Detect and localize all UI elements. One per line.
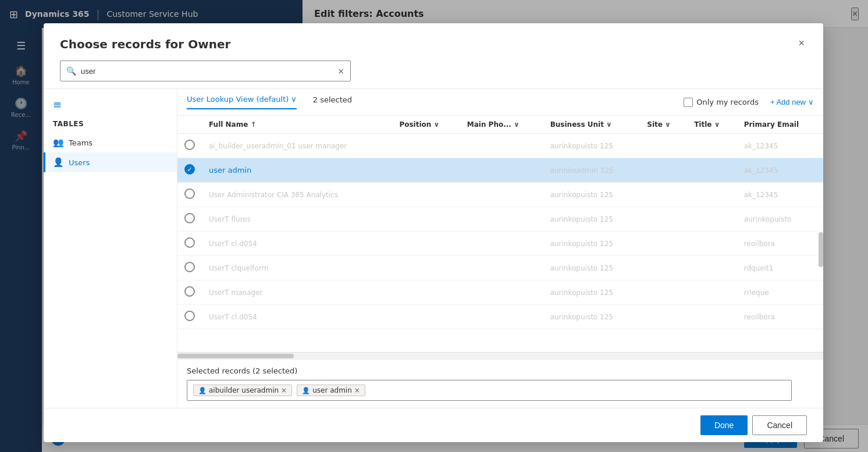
row-email-5: reoilbora [744, 240, 775, 248]
tables-label: Tables [44, 118, 177, 133]
cancel-button[interactable]: Cancel [752, 415, 807, 435]
table-row[interactable]: UserT cl.d054 aurinkopuisto 125 reoilbor… [177, 305, 823, 329]
tag-remove-1[interactable]: × [281, 386, 287, 394]
modal-header: Choose records for Owner × [44, 23, 823, 60]
row-radio-5[interactable] [184, 237, 195, 248]
view-selector-chevron: ∨ [291, 95, 297, 104]
row-name-6[interactable]: UserT clquelform [209, 264, 268, 272]
row-bu-7: aurinkopuisto 125 [550, 289, 613, 297]
selected-tags-container: 👤 aibuilder useradmin × 👤 user admin × [187, 380, 792, 401]
row-radio-4[interactable] [184, 213, 195, 223]
teams-icon: 👥 [53, 137, 64, 148]
modal-close-button[interactable]: × [796, 37, 807, 49]
row-bu-2: aurinkoadmin 125 [550, 166, 614, 175]
table-row[interactable]: UserT manager aurinkopuisto 125 rrleque [177, 280, 823, 305]
row-bu-4: aurinkopuisto 125 [550, 215, 613, 223]
row-bu-6: aurinkopuisto 125 [550, 264, 613, 272]
add-new-chevron: ∨ [808, 98, 814, 106]
row-bu-5: aurinkopuisto 125 [550, 240, 613, 248]
only-my-records-toggle[interactable]: Only my records [684, 98, 759, 107]
selected-records-label: Selected records (2 selected) [187, 366, 814, 375]
row-radio-8[interactable] [184, 311, 195, 321]
only-my-records-label: Only my records [696, 98, 759, 106]
records-table: Full Name ↑ Position ∨ Main Pho... ∨ Bus… [177, 116, 823, 329]
table-row[interactable]: User Administrator CIA 365 Analytics aur… [177, 183, 823, 207]
table-body: ai_builder_useradmin_01 user manager aur… [177, 134, 823, 329]
left-panel: ≡ Tables 👥 Teams 👤 Users [44, 89, 177, 408]
tag-name-2: user admin [312, 386, 352, 394]
table-row[interactable]: ai_builder_useradmin_01 user manager aur… [177, 134, 823, 158]
selected-records-section: Selected records (2 selected) 👤 aibuilde… [177, 359, 823, 408]
only-my-records-checkbox[interactable] [684, 98, 693, 107]
choose-records-modal: Choose records for Owner × 🔍 × ≡ Tables … [44, 23, 823, 442]
table-header: Full Name ↑ Position ∨ Main Pho... ∨ Bus… [177, 116, 823, 134]
th-title[interactable]: Title ∨ [687, 116, 737, 134]
users-label: Users [69, 158, 90, 167]
teams-label: Teams [69, 138, 93, 147]
row-radio-2[interactable] [184, 164, 195, 175]
row-email-2: ak_12345 [744, 166, 778, 175]
tag-person-icon-1: 👤 [198, 387, 207, 394]
tag-aibuilder[interactable]: 👤 aibuilder useradmin × [193, 385, 292, 396]
row-name-5[interactable]: UserT cl.d054 [209, 240, 257, 248]
th-site[interactable]: Site ∨ [640, 116, 687, 134]
row-name-1[interactable]: ai_builder_useradmin_01 user manager [209, 142, 347, 150]
row-name-3[interactable]: User Administrator CIA 365 Analytics [209, 191, 338, 199]
table-row[interactable]: user admin aurinkoadmin 125 ak_12345 [177, 158, 823, 183]
view-selector-row: User Lookup View (default) ∨ 2 selected … [177, 89, 823, 116]
search-row: 🔍 × [44, 60, 823, 88]
add-new-button[interactable]: + Add new ∨ [770, 98, 814, 106]
row-name-4[interactable]: UserT fluros [209, 215, 251, 223]
right-panel: User Lookup View (default) ∨ 2 selected … [177, 89, 823, 408]
row-name-8[interactable]: UserT cl.d054 [209, 313, 257, 321]
row-name-7[interactable]: UserT manager [209, 289, 262, 297]
table-row[interactable]: UserT clquelform aurinkopuisto 125 rdque… [177, 256, 823, 280]
th-primaryemail[interactable]: Primary Email [737, 116, 823, 134]
modal-footer: Done Cancel [44, 408, 823, 442]
search-clear-icon[interactable]: × [337, 66, 344, 76]
row-bu-3: aurinkopuisto 125 [550, 191, 613, 199]
row-email-7: rrleque [744, 289, 769, 297]
sidebar-item-users[interactable]: 👤 Users [44, 152, 177, 172]
selected-count: 2 selected [313, 95, 352, 109]
th-fullname[interactable]: Full Name ↑ [202, 116, 392, 134]
search-icon: 🔍 [66, 66, 76, 76]
row-bu-1: aurinkopuisto 125 [550, 142, 613, 150]
row-radio-3[interactable] [184, 188, 195, 199]
row-email-3: ak_12345 [744, 191, 778, 199]
horizontal-scrollbar[interactable] [177, 352, 823, 359]
search-box: 🔍 × [60, 60, 351, 81]
add-new-label: + Add new [770, 98, 806, 106]
view-selector-label: User Lookup View (default) [187, 95, 289, 104]
row-name-2[interactable]: user admin [209, 166, 251, 175]
modal-body: ≡ Tables 👥 Teams 👤 Users User Lookup Vie… [44, 88, 823, 408]
th-mainphone[interactable]: Main Pho... ∨ [460, 116, 543, 134]
vertical-scrollbar-thumb[interactable] [819, 232, 823, 267]
row-bu-8: aurinkopuisto 125 [550, 313, 613, 321]
tag-remove-2[interactable]: × [354, 386, 360, 394]
th-select [177, 116, 202, 134]
table-area[interactable]: Full Name ↑ Position ∨ Main Pho... ∨ Bus… [177, 116, 823, 352]
tag-name-1: aibuilder useradmin [209, 386, 279, 394]
view-selector[interactable]: User Lookup View (default) ∨ [187, 95, 297, 109]
row-radio-7[interactable] [184, 286, 195, 297]
row-email-8: reoilbora [744, 313, 775, 321]
th-position[interactable]: Position ∨ [392, 116, 460, 134]
users-icon: 👤 [53, 157, 64, 168]
table-row[interactable]: UserT cl.d054 aurinkopuisto 125 reoilbor… [177, 232, 823, 256]
table-row[interactable]: UserT fluros aurinkopuisto 125 aurinkopu… [177, 207, 823, 232]
sidebar-item-teams[interactable]: 👥 Teams [44, 133, 177, 152]
row-email-1: ak_12345 [744, 142, 778, 150]
tag-useradmin[interactable]: 👤 user admin × [297, 385, 365, 396]
filter-icon: ≡ [44, 98, 177, 118]
row-email-4: aurinkopuisto [744, 215, 792, 223]
search-input[interactable] [81, 67, 337, 76]
modal-title: Choose records for Owner [60, 37, 230, 51]
horizontal-scrollbar-thumb[interactable] [177, 354, 294, 358]
row-radio-1[interactable] [184, 140, 195, 150]
row-email-6: rdqueit1 [744, 264, 774, 272]
row-radio-6[interactable] [184, 262, 195, 272]
tag-person-icon-2: 👤 [302, 387, 310, 394]
th-businessunit[interactable]: Business Unit ∨ [543, 116, 641, 134]
done-button[interactable]: Done [700, 415, 748, 435]
